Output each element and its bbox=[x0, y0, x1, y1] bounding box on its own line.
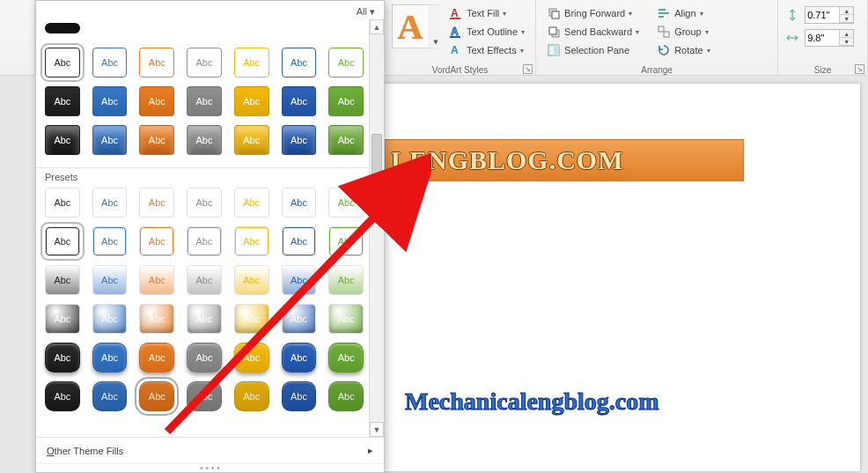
shape-style-swatch[interactable]: Abc bbox=[92, 226, 128, 256]
shape-style-swatch[interactable]: Abc bbox=[328, 188, 364, 218]
shape-style-swatch[interactable]: Abc bbox=[328, 304, 364, 334]
shape-style-swatch[interactable]: Abc bbox=[328, 265, 364, 295]
shape-style-swatch[interactable]: Abc bbox=[328, 125, 364, 155]
dialog-launcher-size[interactable]: ↘ bbox=[855, 64, 864, 74]
shape-style-swatch[interactable]: Abc bbox=[328, 86, 364, 116]
shape-style-swatch[interactable]: Abc bbox=[45, 226, 80, 256]
shape-style-swatch[interactable]: Abc bbox=[45, 381, 80, 411]
shape-style-swatch[interactable]: Abc bbox=[234, 48, 269, 78]
shape-style-swatch[interactable]: Abc bbox=[139, 48, 174, 78]
shape-style-swatch[interactable]: Abc bbox=[234, 188, 269, 218]
selection-pane-label: Selection Pane bbox=[564, 45, 629, 55]
height-value[interactable] bbox=[805, 10, 839, 20]
shape-style-swatch[interactable]: Abc bbox=[187, 343, 222, 373]
shape-style-swatch[interactable]: Abc bbox=[282, 188, 317, 218]
text-effects-button[interactable]: A Text Effects ▾ bbox=[445, 41, 528, 59]
shape-style-swatch[interactable]: Abc bbox=[139, 265, 174, 295]
selection-pane-button[interactable]: Selection Pane bbox=[543, 41, 643, 59]
selection-pane-icon bbox=[547, 43, 561, 57]
shape-style-swatch[interactable]: Abc bbox=[187, 125, 222, 155]
shape-style-swatch[interactable]: Abc bbox=[139, 86, 174, 116]
shape-style-swatch[interactable]: Abc bbox=[234, 265, 269, 295]
shape-style-swatch[interactable]: Abc bbox=[328, 343, 364, 373]
shape-style-swatch[interactable]: Abc bbox=[282, 48, 317, 78]
scroll-thumb[interactable] bbox=[371, 134, 382, 187]
shape-style-swatch[interactable]: Abc bbox=[282, 86, 317, 116]
shape-style-swatch[interactable]: Abc bbox=[92, 265, 128, 295]
wordart-shape[interactable]: LENGBLOG.COM bbox=[385, 139, 744, 181]
send-backward-icon bbox=[547, 25, 561, 39]
rotate-button[interactable]: Rotate ▾ bbox=[653, 41, 713, 59]
shape-style-swatch[interactable]: Abc bbox=[187, 86, 222, 116]
shape-style-swatch[interactable]: Abc bbox=[45, 86, 80, 116]
shape-style-swatch[interactable]: Abc bbox=[45, 265, 80, 295]
shape-style-swatch[interactable]: Abc bbox=[92, 343, 128, 373]
shape-style-swatch[interactable]: Abc bbox=[92, 188, 128, 218]
wordart-quickstyles-button[interactable]: A bbox=[392, 4, 440, 48]
svg-rect-11 bbox=[658, 9, 666, 11]
shape-style-swatch[interactable]: Abc bbox=[139, 381, 174, 411]
shape-style-swatch[interactable]: Abc bbox=[139, 188, 174, 218]
dialog-launcher-wordart[interactable]: ↘ bbox=[523, 64, 533, 74]
shape-style-swatch[interactable]: Abc bbox=[45, 304, 80, 334]
shape-style-swatch[interactable]: Abc bbox=[282, 343, 317, 373]
width-input[interactable]: ▲▼ bbox=[805, 29, 854, 47]
shape-style-swatch[interactable]: Abc bbox=[139, 343, 174, 373]
height-input[interactable]: ▲▼ bbox=[805, 6, 854, 24]
send-backward-button[interactable]: Send Backward ▾ bbox=[543, 23, 643, 41]
shape-style-swatch[interactable]: Abc bbox=[234, 304, 269, 334]
shape-style-swatch[interactable]: Abc bbox=[187, 304, 222, 334]
shape-style-swatch[interactable]: Abc bbox=[45, 343, 80, 373]
gallery-filter-button[interactable]: All ▾ bbox=[357, 6, 375, 18]
rotate-label: Rotate bbox=[674, 45, 702, 55]
scroll-down-button[interactable]: ▼ bbox=[370, 422, 384, 437]
shape-style-swatch[interactable]: Abc bbox=[92, 304, 128, 334]
height-spinner[interactable]: ▲▼ bbox=[839, 7, 853, 23]
shape-style-swatch[interactable] bbox=[45, 23, 80, 33]
shape-style-swatch[interactable]: Abc bbox=[187, 265, 222, 295]
shape-style-swatch[interactable]: Abc bbox=[187, 381, 222, 411]
gallery-section-label-presets: Presets bbox=[36, 167, 384, 184]
gallery-section-presets: AbcAbcAbcAbcAbcAbcAbcAbcAbcAbcAbcAbcAbcA… bbox=[36, 184, 369, 424]
shape-style-swatch[interactable]: Abc bbox=[328, 226, 364, 256]
shape-style-swatch[interactable]: Abc bbox=[92, 48, 128, 78]
shape-style-swatch[interactable]: Abc bbox=[282, 265, 317, 295]
shape-style-swatch[interactable]: Abc bbox=[234, 381, 269, 411]
gallery-scrollbar[interactable]: ▲ ▼ bbox=[369, 19, 384, 437]
shape-style-swatch[interactable]: Abc bbox=[139, 304, 174, 334]
shape-style-swatch[interactable]: Abc bbox=[45, 48, 80, 78]
shape-style-swatch[interactable]: Abc bbox=[139, 125, 174, 155]
shape-style-swatch[interactable]: Abc bbox=[282, 304, 317, 334]
shape-style-swatch[interactable]: Abc bbox=[92, 86, 128, 116]
shape-style-swatch[interactable]: Abc bbox=[92, 125, 128, 155]
shape-style-swatch[interactable]: Abc bbox=[234, 226, 269, 256]
group-button[interactable]: Group ▾ bbox=[653, 23, 713, 41]
shape-style-swatch[interactable]: Abc bbox=[187, 226, 222, 256]
other-theme-fills-button[interactable]: Other Theme Fills ▸ bbox=[36, 437, 384, 463]
shape-style-swatch[interactable]: Abc bbox=[282, 381, 317, 411]
shape-style-swatch[interactable]: Abc bbox=[328, 48, 364, 78]
bring-forward-label: Bring Forward bbox=[564, 8, 625, 18]
shape-style-swatch[interactable]: Abc bbox=[282, 226, 317, 256]
shape-style-swatch[interactable]: Abc bbox=[234, 125, 269, 155]
shape-style-swatch[interactable]: Abc bbox=[92, 381, 128, 411]
gallery-resize-handle[interactable]: • • • • bbox=[36, 463, 384, 472]
svg-text:A: A bbox=[451, 44, 459, 56]
bring-forward-button[interactable]: Bring Forward ▾ bbox=[543, 4, 643, 22]
scroll-up-button[interactable]: ▲ bbox=[370, 19, 384, 34]
width-spinner[interactable]: ▲▼ bbox=[839, 30, 853, 46]
svg-rect-12 bbox=[658, 12, 669, 14]
text-outline-button[interactable]: A Text Outline ▾ bbox=[445, 23, 528, 41]
shape-style-swatch[interactable]: Abc bbox=[328, 381, 364, 411]
align-button[interactable]: Align ▾ bbox=[653, 4, 713, 22]
width-value[interactable] bbox=[805, 33, 839, 43]
shape-style-swatch[interactable]: Abc bbox=[187, 188, 222, 218]
shape-style-swatch[interactable]: Abc bbox=[139, 226, 174, 256]
shape-style-swatch[interactable]: Abc bbox=[234, 343, 269, 373]
shape-style-swatch[interactable]: Abc bbox=[45, 188, 80, 218]
shape-style-swatch[interactable]: Abc bbox=[187, 48, 222, 78]
shape-style-swatch[interactable]: Abc bbox=[282, 125, 317, 155]
text-fill-button[interactable]: A Text Fill ▾ bbox=[445, 4, 528, 22]
shape-style-swatch[interactable]: Abc bbox=[234, 86, 269, 116]
shape-style-swatch[interactable]: Abc bbox=[45, 125, 80, 155]
